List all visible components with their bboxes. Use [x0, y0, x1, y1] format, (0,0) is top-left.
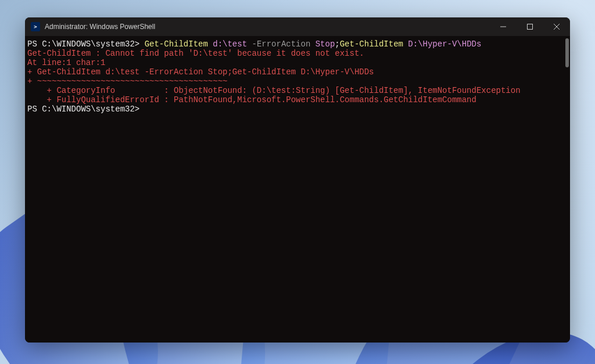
close-button[interactable]: [543, 17, 570, 36]
maximize-button[interactable]: [517, 17, 543, 36]
window-title: Administrator: Windows PowerShell: [45, 23, 155, 31]
cmdlet: Get-ChildItem: [340, 39, 408, 49]
cmd-arg: d:\test: [213, 39, 252, 49]
minimize-button[interactable]: [490, 17, 517, 36]
cmdlet: Get-ChildItem: [145, 39, 213, 49]
cmd-arg: D:\Hyper-V\HDDs: [408, 39, 481, 49]
svg-rect-1: [528, 24, 533, 30]
cmd-sep: ;: [335, 39, 339, 49]
error-line: + CategoryInfo : ObjectNotFound: (D:\tes…: [27, 86, 565, 95]
powershell-icon: [31, 22, 40, 31]
terminal-output[interactable]: PS C:\WINDOWS\system32> Get-ChildItem d:…: [25, 36, 570, 343]
error-line: At line:1 char:1: [27, 58, 565, 67]
close-icon: [554, 24, 560, 30]
command-line-1: PS C:\WINDOWS\system32> Get-ChildItem d:…: [27, 39, 565, 49]
prompt: PS C:\WINDOWS\system32>: [27, 39, 145, 49]
maximize-icon: [527, 24, 533, 30]
powershell-window: Administrator: Windows PowerShell PS C:\…: [25, 17, 570, 343]
error-line: + ~~~~~~~~~~~~~~~~~~~~~~~~~~~~~~~~~~~~~~…: [27, 77, 565, 86]
cmd-param: -ErrorAction: [252, 39, 315, 49]
error-line: + FullyQualifiedErrorId : PathNotFound,M…: [27, 95, 565, 104]
window-controls: [490, 17, 570, 36]
error-line: + Get-ChildItem d:\test -ErrorAction Sto…: [27, 67, 565, 77]
error-line: Get-ChildItem : Cannot find path 'D:\tes…: [27, 49, 565, 58]
minimize-icon: [500, 24, 506, 30]
scrollbar-thumb[interactable]: [565, 38, 569, 67]
cmd-value: Stop: [316, 39, 335, 49]
titlebar[interactable]: Administrator: Windows PowerShell: [25, 17, 570, 36]
prompt-line: PS C:\WINDOWS\system32>: [27, 104, 565, 114]
